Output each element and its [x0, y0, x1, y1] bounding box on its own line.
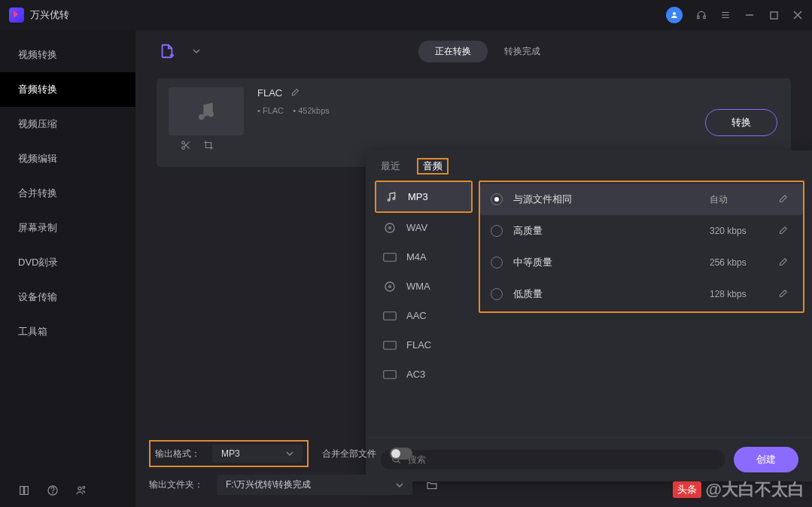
sidebar-item-audio-convert[interactable]: 音频转换 [0, 72, 135, 107]
m4a-icon [382, 252, 397, 263]
output-folder-select[interactable]: F:\万兴优转\转换完成 [217, 475, 412, 495]
sidebar-item-dvd-burn[interactable]: DVD刻录 [0, 245, 135, 280]
svg-point-25 [389, 226, 391, 229]
user-icon [670, 11, 679, 20]
sidebar: 视频转换 音频转换 视频压缩 视频编辑 合并转换 屏幕录制 DVD刻录 设备传输… [0, 30, 135, 507]
close-button[interactable] [792, 10, 803, 20]
main-toolbar: 正在转换 转换完成 [135, 30, 812, 72]
format-popup: 最近 音频 MP3 WAV [366, 150, 812, 481]
sidebar-item-video-edit[interactable]: 视频编辑 [0, 141, 135, 176]
headset-icon[interactable] [696, 10, 707, 20]
svg-point-16 [199, 114, 205, 120]
edit-icon[interactable] [777, 257, 792, 268]
help-icon[interactable] [47, 484, 59, 496]
status-tabs: 正在转换 转换完成 [418, 41, 557, 62]
account-icon[interactable] [75, 484, 87, 496]
ac3-icon [382, 369, 397, 380]
merge-label: 合并全部文件 [322, 448, 376, 460]
sidebar-item-video-compress[interactable]: 视频压缩 [0, 107, 135, 141]
svg-rect-29 [384, 311, 397, 320]
quality-list: 与源文件相同 自动 高质量 320 kbps 中等质量 [473, 181, 804, 437]
music-note-icon [195, 100, 217, 123]
svg-point-13 [83, 487, 85, 489]
quality-row-high[interactable]: 高质量 320 kbps [480, 215, 803, 247]
bottom-bar: 输出格式： MP3 合并全部文件 输出文件夹： F:\万兴优转\转换完成 [135, 433, 812, 507]
svg-rect-1 [698, 16, 699, 19]
tab-converting[interactable]: 正在转换 [418, 41, 488, 62]
main-area: 正在转换 转换完成 FLAC • FLAC • [135, 30, 812, 507]
popup-tabs: 最近 音频 [366, 150, 812, 181]
chevron-down-icon[interactable] [193, 47, 200, 55]
svg-rect-31 [384, 370, 397, 378]
output-format-label: 输出格式： [155, 448, 200, 460]
format-list: MP3 WAV M4A WMA [375, 181, 473, 437]
svg-point-12 [78, 487, 81, 490]
radio-icon [491, 225, 503, 237]
minimize-button[interactable] [744, 10, 755, 20]
tab-finished[interactable]: 转换完成 [488, 41, 557, 62]
svg-point-0 [673, 12, 676, 15]
svg-rect-26 [384, 253, 397, 261]
svg-point-23 [393, 197, 395, 199]
svg-point-17 [208, 111, 214, 117]
app-logo-icon [9, 8, 24, 23]
app-logo-wrap: 万兴优转 [9, 8, 69, 23]
svg-rect-7 [770, 11, 777, 18]
format-item-mp3[interactable]: MP3 [376, 182, 471, 211]
disc-icon [382, 281, 397, 292]
edit-icon[interactable] [777, 289, 792, 299]
svg-point-28 [389, 285, 391, 287]
app-title: 万兴优转 [30, 8, 69, 22]
sidebar-item-screen-record[interactable]: 屏幕录制 [0, 211, 135, 245]
svg-point-18 [182, 141, 185, 144]
disc-icon [382, 223, 397, 233]
aac-icon [382, 311, 397, 321]
sidebar-item-merge-convert[interactable]: 合并转换 [0, 176, 135, 211]
flac-icon [382, 340, 397, 351]
quality-row-medium[interactable]: 中等质量 256 kbps [480, 247, 803, 278]
quality-row-same-as-source[interactable]: 与源文件相同 自动 [480, 184, 803, 215]
cut-icon[interactable] [181, 140, 191, 150]
svg-rect-2 [704, 16, 705, 19]
titlebar-controls [666, 7, 803, 23]
radio-icon [491, 288, 503, 300]
crop-icon[interactable] [203, 140, 214, 150]
open-folder-icon[interactable] [426, 479, 438, 491]
format-item-wav[interactable]: WAV [375, 213, 473, 242]
format-item-ac3[interactable]: AC3 [375, 360, 473, 389]
svg-rect-30 [384, 341, 397, 349]
popup-tab-audio[interactable]: 音频 [421, 159, 444, 173]
radio-icon [491, 257, 503, 269]
file-tools [169, 135, 244, 158]
sidebar-item-video-convert[interactable]: 视频转换 [0, 38, 135, 72]
user-avatar[interactable] [666, 7, 683, 23]
format-item-aac[interactable]: AAC [375, 301, 473, 330]
add-file-button[interactable] [157, 41, 178, 62]
format-item-wma[interactable]: WMA [375, 272, 473, 301]
output-format-select[interactable]: MP3 [212, 445, 303, 463]
merge-toggle[interactable] [390, 448, 412, 460]
format-item-flac[interactable]: FLAC [375, 330, 473, 360]
titlebar: 万兴优转 [0, 0, 812, 30]
file-name: FLAC [257, 87, 282, 99]
edit-icon[interactable] [777, 226, 792, 236]
book-icon[interactable] [18, 484, 30, 496]
sidebar-item-device-transfer[interactable]: 设备传输 [0, 280, 135, 314]
popup-tab-recent[interactable]: 最近 [379, 158, 402, 175]
sidebar-item-toolbox[interactable]: 工具箱 [0, 314, 135, 349]
file-info: FLAC • FLAC • 452kbps [257, 87, 779, 115]
svg-point-27 [385, 282, 394, 291]
music-icon [384, 192, 399, 202]
file-meta: • FLAC • 452kbps [257, 106, 779, 115]
output-folder-label: 输出文件夹： [149, 478, 203, 491]
svg-point-11 [53, 493, 53, 493]
quality-row-low[interactable]: 低质量 128 kbps [480, 278, 803, 310]
menu-icon[interactable] [720, 10, 731, 20]
edit-name-icon[interactable] [290, 88, 300, 98]
convert-button[interactable]: 转换 [705, 109, 777, 136]
edit-icon[interactable] [777, 194, 792, 205]
svg-point-24 [385, 223, 394, 232]
svg-point-19 [182, 147, 185, 150]
maximize-button[interactable] [768, 10, 779, 20]
format-item-m4a[interactable]: M4A [375, 242, 473, 272]
